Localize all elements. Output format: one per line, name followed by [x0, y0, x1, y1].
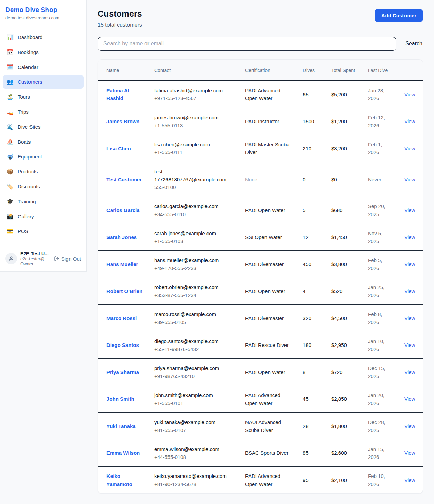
customer-name-link[interactable]: Test Customer — [106, 175, 142, 183]
shop-title: Demo Dive Shop — [5, 6, 81, 14]
customer-name-link[interactable]: Diego Santos — [106, 341, 139, 349]
view-link[interactable]: View — [404, 176, 415, 182]
certification-cell: PADI Advanced Open Water — [240, 386, 297, 413]
view-link[interactable]: View — [404, 423, 415, 429]
customer-name-link[interactable]: Priya Sharma — [106, 368, 139, 376]
dives-cell: 0 — [297, 162, 326, 197]
total-spent-cell: $520 — [326, 278, 362, 305]
column-header-contact: Contact — [149, 60, 240, 81]
sidebar-item-label: Boats — [18, 139, 31, 145]
bookings-icon: 📅 — [7, 49, 14, 55]
customer-email: carlos.garcia@example.com — [154, 202, 234, 210]
view-link[interactable]: View — [404, 315, 415, 321]
customers-table-card: Name Contact Certification Dives Total S… — [98, 59, 423, 494]
dives-cell: 85 — [297, 440, 326, 467]
view-link[interactable]: View — [404, 396, 415, 402]
sign-out-icon — [54, 256, 59, 261]
view-link[interactable]: View — [404, 118, 415, 124]
total-spent-cell: $5,200 — [326, 81, 362, 108]
customer-email: robert.obrien@example.com — [154, 283, 234, 291]
contact-cell: hans.mueller@example.com +49-170-555-223… — [149, 251, 240, 278]
dive-sites-icon: 🌊 — [7, 124, 14, 130]
customer-name-link[interactable]: Yuki Tanaka — [106, 422, 136, 430]
sidebar-item-equipment[interactable]: 🤿 Equipment — [3, 150, 84, 163]
view-link[interactable]: View — [404, 450, 415, 456]
certification-cell: NAUI Advanced Scuba Diver — [240, 413, 297, 440]
products-icon: 📦 — [7, 168, 14, 175]
user-section: E2E Test U... e2e-tester@... Owner Sign … — [0, 246, 86, 271]
add-customer-button[interactable]: Add Customer — [375, 9, 423, 22]
total-spent-cell: $2,100 — [326, 467, 362, 493]
customer-name-link[interactable]: Keiko Yamamoto — [106, 472, 143, 488]
sidebar-item-trips[interactable]: 🚤 Trips — [3, 105, 84, 118]
total-spent-cell: $0 — [326, 162, 362, 197]
sidebar-item-tours[interactable]: 🏝️ Tours — [3, 90, 84, 104]
view-link[interactable]: View — [404, 146, 415, 151]
sidebar-item-label: Gallery — [18, 213, 34, 219]
search-button[interactable]: Search — [396, 41, 423, 47]
dives-cell: 28 — [297, 413, 326, 440]
page-header-text: Customers 15 total customers — [98, 9, 142, 28]
table-row: Keiko Yamamoto keiko.yamamoto@example.co… — [98, 467, 423, 493]
view-link[interactable]: View — [404, 261, 415, 267]
search-input[interactable] — [98, 37, 396, 51]
sign-out-button[interactable]: Sign Out — [54, 256, 81, 262]
customer-name-link[interactable]: John Smith — [106, 395, 134, 403]
user-meta: E2E Test U... e2e-tester@... Owner — [20, 251, 51, 266]
certification-cell: PADI Open Water — [240, 197, 297, 224]
sidebar-item-boats[interactable]: ⛵ Boats — [3, 135, 84, 148]
customer-phone: +91-98765-43210 — [154, 372, 234, 380]
customer-name-link[interactable]: Robert O'Brien — [106, 287, 142, 295]
view-link[interactable]: View — [404, 477, 415, 483]
customer-email: emma.wilson@example.com — [154, 445, 234, 453]
view-link[interactable]: View — [404, 92, 415, 97]
sidebar-item-dive-sites[interactable]: 🌊 Dive Sites — [3, 120, 84, 133]
sidebar-item-customers[interactable]: 👥 Customers — [3, 75, 84, 89]
last-dive-cell: Feb 5, 2026 — [362, 251, 399, 278]
customer-name-link[interactable]: Fatima Al-Rashid — [106, 87, 143, 102]
equipment-icon: 🤿 — [7, 153, 14, 160]
sidebar: Demo Dive Shop demo.test.divestreams.com… — [0, 0, 87, 272]
sidebar-item-products[interactable]: 📦 Products — [3, 165, 84, 178]
sidebar-item-bookings[interactable]: 📅 Bookings — [3, 45, 84, 59]
view-link[interactable]: View — [404, 207, 415, 213]
customer-phone: +55-11-99876-5432 — [154, 345, 234, 353]
customer-name-link[interactable]: Marco Rossi — [106, 314, 137, 322]
customer-name-link[interactable]: Carlos Garcia — [106, 206, 140, 214]
last-dive-cell: Jan 15, 2026 — [362, 440, 399, 467]
trips-icon: 🚤 — [7, 109, 14, 115]
sidebar-item-training[interactable]: 🎓 Training — [3, 194, 84, 208]
table-row: John Smith john.smith@example.com +1-555… — [98, 386, 423, 413]
view-link[interactable]: View — [404, 288, 415, 294]
sidebar-item-calendar[interactable]: 🗓️ Calendar — [3, 60, 84, 74]
boats-icon: ⛵ — [7, 138, 14, 145]
certification-cell: PADI Instructor — [240, 108, 297, 135]
customer-name-link[interactable]: Emma Wilson — [106, 449, 140, 457]
customer-name-link[interactable]: Hans Mueller — [106, 260, 138, 268]
table-body: Fatima Al-Rashid fatima.alrashid@example… — [98, 81, 423, 493]
customer-email: marco.rossi@example.com — [154, 310, 234, 318]
customer-name-link[interactable]: Sarah Jones — [106, 233, 137, 241]
dives-cell: 1500 — [297, 108, 326, 135]
sidebar-item-label: Training — [18, 199, 36, 204]
dives-cell: 320 — [297, 305, 326, 332]
customer-email: yuki.tanaka@example.com — [154, 418, 234, 426]
contact-cell: test-1772681807767@example.com 555-0100 — [149, 162, 240, 197]
customer-name-link[interactable]: James Brown — [106, 117, 140, 125]
column-header-last-dive: Last Dive — [362, 60, 399, 81]
last-dive-cell: Feb 12, 2026 — [362, 108, 399, 135]
total-spent-cell: $4,500 — [326, 305, 362, 332]
discounts-icon: 🏷️ — [7, 183, 14, 190]
view-link[interactable]: View — [404, 234, 415, 240]
table-row: Emma Wilson emma.wilson@example.com +44-… — [98, 440, 423, 467]
total-spent-cell: $2,950 — [326, 332, 362, 359]
sidebar-item-gallery[interactable]: 📸 Gallery — [3, 209, 84, 223]
sidebar-item-dashboard[interactable]: 📊 Dashboard — [3, 30, 84, 44]
customer-name-link[interactable]: Lisa Chen — [106, 145, 131, 152]
view-link[interactable]: View — [404, 369, 415, 375]
view-link[interactable]: View — [404, 342, 415, 348]
user-name: E2E Test U... — [20, 251, 51, 256]
sidebar-item-discounts[interactable]: 🏷️ Discounts — [3, 180, 84, 193]
sidebar-item-pos[interactable]: 💳 POS — [3, 224, 84, 238]
last-dive-cell: Sep 20, 2025 — [362, 197, 399, 224]
